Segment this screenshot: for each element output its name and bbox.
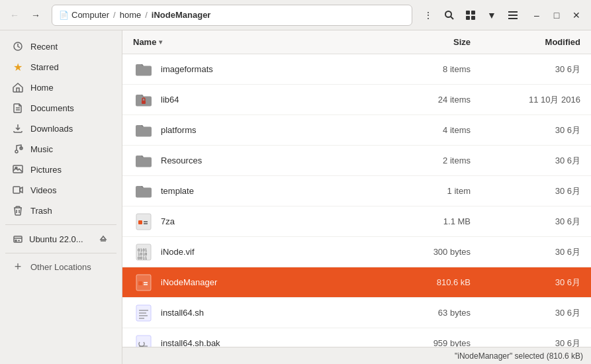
file-modified: 30 6月 xyxy=(481,338,580,347)
sidebar-item-documents[interactable]: Documents xyxy=(4,98,118,118)
sidebar-item-starred[interactable]: ★ Starred xyxy=(4,57,118,77)
sidebar-item-ubuntu[interactable]: Ubuntu 22.0... xyxy=(4,229,118,249)
view-grid-button[interactable] xyxy=(461,6,480,24)
folder-icon xyxy=(133,181,154,202)
svg-rect-21 xyxy=(142,101,146,104)
maximize-button[interactable]: □ xyxy=(547,6,566,24)
file-size: 63 bytes xyxy=(402,308,481,318)
path-root: Computer xyxy=(71,10,109,20)
forward-button[interactable]: → xyxy=(26,6,45,24)
sidebar-item-recent[interactable]: Recent xyxy=(4,36,118,56)
svg-rect-14 xyxy=(13,187,20,193)
file-name: install64.sh xyxy=(161,308,204,318)
col-name-header[interactable]: Name ▾ xyxy=(133,37,402,47)
binary-icon: 0101 1010 0011 xyxy=(133,242,154,263)
sidebar-label-downloads: Downloads xyxy=(30,124,73,134)
videos-icon xyxy=(12,184,24,196)
add-icon: + xyxy=(12,261,24,273)
recent-icon xyxy=(12,40,24,52)
sidebar-label-recent: Recent xyxy=(30,42,58,52)
path-bar[interactable]: 📄 Computer / home / iNodeManager xyxy=(52,5,412,26)
path-current: iNodeManager xyxy=(152,10,211,20)
list-item[interactable]: 0101 1010 0011 iNode.vif 300 bytes 30 6月 xyxy=(122,237,591,267)
file-list: imageformats 8 items 30 6月 lib64 24 item… xyxy=(122,54,591,347)
sidebar-item-trash[interactable]: Trash xyxy=(4,201,118,220)
file-name: platforms xyxy=(161,125,196,135)
list-item[interactable]: Resources 2 items 30 6月 xyxy=(122,146,591,176)
file-name: iNodeManager xyxy=(161,277,217,287)
file-name-cell: install64.sh xyxy=(133,302,402,324)
sidebar: Recent ★ Starred Home Documents xyxy=(0,30,122,364)
col-modified-header[interactable]: Modified xyxy=(481,37,580,47)
file-name: install64.sh.bak xyxy=(161,338,220,347)
sidebar-item-pictures[interactable]: Pictures xyxy=(4,159,118,179)
ubuntu-drive-icon xyxy=(12,233,24,245)
sidebar-label-home: Home xyxy=(30,83,54,93)
sidebar-item-home[interactable]: Home xyxy=(4,77,118,97)
view-list-button[interactable] xyxy=(504,6,522,24)
folder-icon xyxy=(133,150,154,171)
file-name: Resources xyxy=(161,156,202,165)
file-list-header: Name ▾ Size Modified xyxy=(122,30,591,54)
ubuntu-eject-button[interactable] xyxy=(97,232,110,246)
sidebar-label-trash: Trash xyxy=(30,206,52,216)
file-name-cell: imageformats xyxy=(133,59,402,80)
sidebar-label-videos: Videos xyxy=(30,185,57,195)
list-item[interactable]: imageformats 8 items 30 6月 xyxy=(122,54,591,85)
home-icon xyxy=(12,81,24,93)
file-name-cell: iNodeManager xyxy=(133,272,402,293)
file-modified: 30 6月 xyxy=(481,246,580,258)
file-modified: 30 6月 xyxy=(481,155,580,167)
file-name-cell: Resources xyxy=(133,150,402,171)
minimize-button[interactable]: – xyxy=(527,6,546,24)
file-size: 8 items xyxy=(402,64,481,74)
file-area: Name ▾ Size Modified imageformats 8 item… xyxy=(122,30,591,364)
svg-marker-19 xyxy=(101,236,106,240)
list-item[interactable]: platforms 4 items 30 6月 xyxy=(122,115,591,146)
sidebar-item-other-locations[interactable]: + Other Locations xyxy=(4,257,118,276)
svg-line-1 xyxy=(451,17,453,19)
list-item[interactable]: install64.sh.bak 959 bytes 30 6月 xyxy=(122,328,591,347)
sidebar-label-other-locations: Other Locations xyxy=(30,262,91,272)
path-sep2: / xyxy=(145,10,148,20)
search-button[interactable] xyxy=(440,6,459,24)
sidebar-item-downloads[interactable]: Downloads xyxy=(4,118,118,138)
back-button[interactable]: ← xyxy=(5,6,24,24)
menu-button[interactable]: ⋮ xyxy=(419,6,437,24)
sidebar-label-music: Music xyxy=(30,144,53,154)
sidebar-item-videos[interactable]: Videos xyxy=(4,180,118,200)
downloads-icon xyxy=(12,122,24,134)
svg-rect-3 xyxy=(471,11,475,15)
col-size-header[interactable]: Size xyxy=(402,37,481,47)
sidebar-label-documents: Documents xyxy=(30,103,74,113)
svg-rect-6 xyxy=(508,11,518,13)
sidebar-label-starred: Starred xyxy=(30,62,59,72)
file-name: iNode.vif xyxy=(161,247,195,257)
view-dropdown-button[interactable]: ▼ xyxy=(482,6,501,24)
main-area: Recent ★ Starred Home Documents xyxy=(0,30,591,364)
col-name-label: Name xyxy=(133,37,156,47)
file-modified: 30 6月 xyxy=(481,277,580,289)
sidebar-item-music[interactable]: Music xyxy=(4,139,118,159)
file-size: 24 items xyxy=(402,95,481,105)
file-name-cell: install64.sh.bak xyxy=(133,333,402,347)
svg-rect-5 xyxy=(471,16,475,20)
pictures-icon xyxy=(12,163,24,175)
folder-icon xyxy=(133,120,154,141)
file-modified: 30 6月 xyxy=(481,216,580,228)
list-item[interactable]: install64.sh 63 bytes 30 6月 xyxy=(122,298,591,328)
file-size: 810.6 kB xyxy=(402,277,481,287)
path-part1: home xyxy=(120,10,142,20)
list-item[interactable]: template 1 item 30 6月 xyxy=(122,176,591,206)
close-button[interactable]: ✕ xyxy=(567,6,586,24)
list-item[interactable]: iNodeManager 810.6 kB 30 6月 xyxy=(122,267,591,298)
svg-rect-7 xyxy=(508,15,518,16)
file-modified: 11 10月 2016 xyxy=(481,94,580,106)
file-size: 4 items xyxy=(402,125,481,135)
file-size: 300 bytes xyxy=(402,247,481,257)
list-item[interactable]: 7za 1.1 MB 30 6月 xyxy=(122,206,591,237)
list-item[interactable]: lib64 24 items 11 10月 2016 xyxy=(122,85,591,115)
svg-rect-8 xyxy=(508,18,518,19)
sort-icon: ▾ xyxy=(159,38,162,46)
file-name: lib64 xyxy=(161,95,179,105)
